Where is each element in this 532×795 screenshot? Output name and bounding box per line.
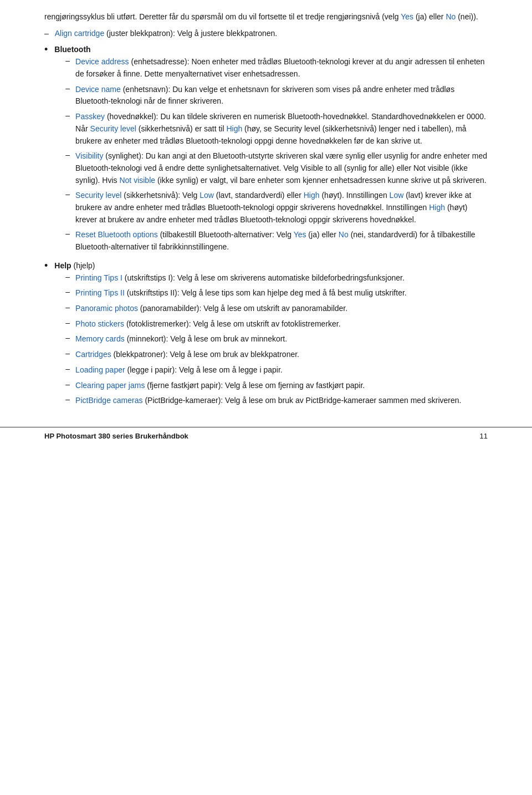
help-sub-list: – Printing Tips I (utskriftstips I): Vel…	[54, 272, 488, 407]
sub-item-reset-bluetooth: – Reset Bluetooth options (tilbakestill …	[54, 229, 488, 253]
dash-cartridges: –	[65, 349, 70, 358]
help-title-suffix: (hjelp)	[71, 261, 95, 270]
main-bullet-list: • Bluetooth – Device address (enhetsadre…	[44, 45, 488, 410]
panoramic-photos-link: Panoramic photos	[75, 304, 138, 313]
dash-passkey: –	[65, 111, 70, 120]
dash-clearing-paper-jams: –	[65, 380, 70, 389]
yes-link-1: Yes	[401, 12, 413, 21]
memory-cards-content: Memory cards (minnekort): Velg å lese om…	[75, 333, 488, 345]
bluetooth-section: • Bluetooth – Device address (enhetsadre…	[44, 45, 488, 256]
device-address-content: Device address (enhetsadresse): Noen enh…	[75, 56, 488, 80]
security-level-link-1: Security level	[90, 124, 136, 133]
pictbridge-cameras-content: PictBridge cameras (PictBridge-kameraer)…	[75, 395, 488, 407]
dash-device-address: –	[65, 56, 70, 65]
printing-tips-1-content: Printing Tips I (utskriftstips I): Velg …	[75, 272, 488, 284]
visibility-content: Visibility (synlighet): Du kan angi at d…	[75, 150, 488, 186]
bluetooth-sub-list: – Device address (enhetsadresse): Noen e…	[54, 56, 488, 253]
dash-security-level: –	[65, 190, 70, 198]
intro-paragraph-1: rengjøringssyklus bli utført. Deretter f…	[44, 11, 488, 23]
not-visible-link: Not visible	[119, 176, 155, 185]
dash-visibility: –	[65, 150, 70, 159]
sub-item-device-address: – Device address (enhetsadresse): Noen e…	[54, 56, 488, 80]
sub-item-security-level: – Security level (sikkerhetsnivå): Velg …	[54, 190, 488, 226]
dash-photo-stickers: –	[65, 318, 70, 327]
dash-panoramic-photos: –	[65, 303, 70, 312]
dash-loading-paper: –	[65, 364, 70, 373]
sub-item-clearing-paper-jams: – Clearing paper jams (fjerne fastkjørt …	[54, 380, 488, 392]
low-link-2: Low	[390, 191, 404, 200]
passkey-link: Passkey	[75, 112, 105, 121]
dash-reset-bluetooth: –	[65, 229, 70, 238]
loading-paper-link: Loading paper	[75, 365, 125, 374]
passkey-content: Passkey (hovednøkkel): Du kan tildele sk…	[75, 111, 488, 147]
sub-item-photo-stickers: – Photo stickers (fotoklistremerker): Ve…	[54, 318, 488, 330]
photo-stickers-link: Photo stickers	[75, 319, 124, 328]
security-level-link-2: Security level	[75, 191, 121, 200]
align-cartridge-link: Align cartridge	[55, 29, 105, 38]
page-container: rengjøringssyklus bli utført. Deretter f…	[0, 0, 532, 457]
intro-paragraph-2: – Align cartridge (juster blekkpatron): …	[44, 28, 488, 40]
sub-item-printing-tips-1: – Printing Tips I (utskriftstips I): Vel…	[54, 272, 488, 284]
high-link-3: High	[429, 203, 445, 212]
reset-bluetooth-content: Reset Bluetooth options (tilbakestill Bl…	[75, 229, 488, 253]
high-link-2: High	[304, 191, 320, 200]
help-content: Help (hjelp) – Printing Tips I (utskrift…	[54, 261, 488, 410]
low-link-1: Low	[200, 191, 214, 200]
printing-tips-2-content: Printing Tips II (utskriftstips II): Vel…	[75, 287, 488, 299]
printing-tips-1-link: Printing Tips I	[75, 273, 122, 282]
dash-printing-tips-2: –	[65, 287, 70, 296]
bullet-dot-help: •	[44, 260, 48, 272]
sub-item-passkey: – Passkey (hovednøkkel): Du kan tildele …	[54, 111, 488, 147]
no-link-2: No	[339, 230, 349, 239]
bullet-dot-bluetooth: •	[44, 44, 48, 55]
sub-item-loading-paper: – Loading paper (legge i papir): Velg å …	[54, 364, 488, 376]
footer-page-number: 11	[480, 432, 488, 440]
pictbridge-cameras-link: PictBridge cameras	[75, 396, 142, 405]
sub-item-device-name: – Device name (enhetsnavn): Du kan velge…	[54, 84, 488, 108]
sub-item-panoramic-photos: – Panoramic photos (panoramabilder): Vel…	[54, 303, 488, 315]
device-name-link: Device name	[75, 85, 121, 94]
cartridges-content: Cartridges (blekkpatroner): Velg å lese …	[75, 349, 488, 361]
sub-item-visibility: – Visibility (synlighet): Du kan angi at…	[54, 150, 488, 186]
clearing-paper-jams-content: Clearing paper jams (fjerne fastkjørt pa…	[75, 380, 488, 392]
printing-tips-2-link: Printing Tips II	[75, 288, 125, 297]
device-name-content: Device name (enhetsnavn): Du kan velge e…	[75, 84, 488, 108]
bluetooth-title: Bluetooth	[54, 45, 90, 54]
dash-device-name: –	[65, 84, 70, 93]
sub-item-cartridges: – Cartridges (blekkpatroner): Velg å les…	[54, 349, 488, 361]
memory-cards-link: Memory cards	[75, 334, 125, 343]
bluetooth-content: Bluetooth – Device address (enhetsadress…	[54, 45, 488, 256]
device-address-link: Device address	[75, 57, 129, 66]
security-level-content: Security level (sikkerhetsnivå): Velg Lo…	[75, 190, 488, 226]
panoramic-photos-content: Panoramic photos (panoramabilder): Velg …	[75, 303, 488, 315]
yes-link-2: Yes	[294, 230, 306, 239]
help-section: • Help (hjelp) – Printing Tips I (utskri…	[44, 261, 488, 410]
photo-stickers-content: Photo stickers (fotoklistremerker): Velg…	[75, 318, 488, 330]
clearing-paper-jams-link: Clearing paper jams	[75, 381, 145, 390]
dash-pictbridge-cameras: –	[65, 395, 70, 404]
loading-paper-content: Loading paper (legge i papir): Velg å le…	[75, 364, 488, 376]
sub-item-pictbridge-cameras: – PictBridge cameras (PictBridge-kamerae…	[54, 395, 488, 407]
cartridges-link: Cartridges	[75, 350, 111, 359]
footer-title: HP Photosmart 380 series Brukerhåndbok	[44, 432, 188, 440]
help-title: Help	[54, 261, 71, 270]
reset-bluetooth-link: Reset Bluetooth options	[75, 230, 158, 239]
dash-memory-cards: –	[65, 333, 70, 342]
high-link-1: High	[226, 124, 242, 133]
sub-item-printing-tips-2: – Printing Tips II (utskriftstips II): V…	[54, 287, 488, 299]
visibility-link: Visibility	[75, 151, 103, 160]
sub-item-memory-cards: – Memory cards (minnekort): Velg å lese …	[54, 333, 488, 345]
no-link-1: No	[446, 12, 456, 21]
dash-printing-tips-1: –	[65, 272, 70, 281]
page-footer: HP Photosmart 380 series Brukerhåndbok 1…	[0, 427, 532, 440]
